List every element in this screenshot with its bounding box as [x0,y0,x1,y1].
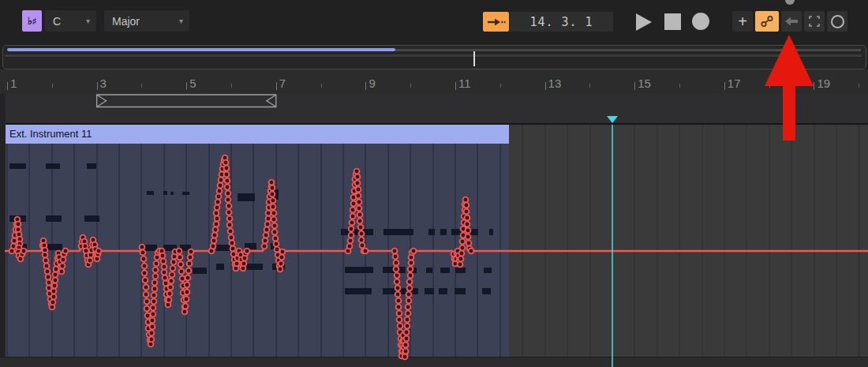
midi-capture-button[interactable] [827,11,847,32]
ruler-tick [455,82,456,90]
ruler-tick [231,84,232,88]
root-note-value: C [53,15,61,28]
ruler-bar-label: 3 [100,77,107,90]
scrub-area[interactable] [0,94,868,123]
left-arrow-icon [785,17,798,26]
overview-view-thumb[interactable] [7,48,395,51]
chevron-down-icon: ▾ [173,17,183,25]
root-note-dropdown[interactable]: C ▾ [45,10,96,32]
ruler-tick [141,84,142,88]
corner-brackets-icon [809,16,820,27]
scale-dropdown[interactable]: Major ▾ [104,10,189,32]
beat-time-ruler[interactable]: 135791113151719 [0,69,868,94]
ruler-bar-label: 5 [189,77,196,90]
ruler-tick [500,84,501,88]
play-button[interactable] [636,13,652,31]
ruler-tick [769,84,770,88]
sharp-icon: ♯ [32,17,36,25]
daw-window: ♭♯ C ▾ Major ▾ 14. 3. 1 + [0,0,868,367]
ruler-tick [365,82,366,90]
ruler-tick [814,82,814,90]
ruler-tick [97,82,98,90]
ruler-tick [589,84,590,88]
ruler-bar-label: 15 [638,77,651,90]
overview-track-line [395,49,861,51]
arrangement-empty-area[interactable] [509,125,868,357]
clip-title-bar[interactable]: Ext. Instrument 11 [6,125,509,144]
ruler-tick [321,84,322,88]
key-signature-button[interactable]: ♭♯ [22,10,42,32]
automation-icon [759,13,775,29]
ruler-bar-label: 9 [369,77,375,90]
cut-off-control [785,0,795,5]
fit-to-view-button[interactable] [804,11,825,32]
ruler-tick [859,84,859,88]
overview-position-marker [473,51,475,66]
ruler-bar-label: 19 [817,77,830,90]
plus-icon: + [738,13,747,31]
ruler-tick [634,82,635,90]
follow-button[interactable] [483,12,509,32]
ruler-bar-label: 17 [728,77,741,90]
overview-groove [5,54,862,57]
ruler-bar-label: 1 [10,77,17,90]
ruler-bar-label: 7 [279,77,286,90]
ruler-tick [545,82,546,90]
midi-clip-body[interactable] [6,144,509,357]
ruler-tick [52,84,53,88]
ruler-tick [276,82,277,90]
add-track-button[interactable]: + [732,11,753,32]
arrangement-overview[interactable] [2,45,866,69]
chevron-down-icon: ▾ [80,17,90,25]
arrangement-position-display[interactable]: 14. 3. 1 [510,12,613,32]
ruler-tick [724,82,725,90]
ruler-tick [679,84,680,88]
position-value: 14. 3. 1 [529,15,593,29]
stop-button[interactable] [664,13,681,30]
scale-value: Major [112,15,140,28]
ruler-bar-label: 11 [458,77,471,90]
automation-mode-button[interactable] [755,11,779,32]
circle-icon [831,15,844,28]
record-button[interactable] [692,13,709,30]
ruler-tick [186,82,187,90]
ruler-tick [7,82,8,90]
follow-arrow-icon [487,17,506,27]
ruler-tick [410,84,411,88]
left-margin [0,94,6,367]
ruler-bar-label: 13 [548,77,562,90]
back-to-arrangement-button[interactable] [781,11,802,32]
track-bottom-strip [0,357,868,367]
